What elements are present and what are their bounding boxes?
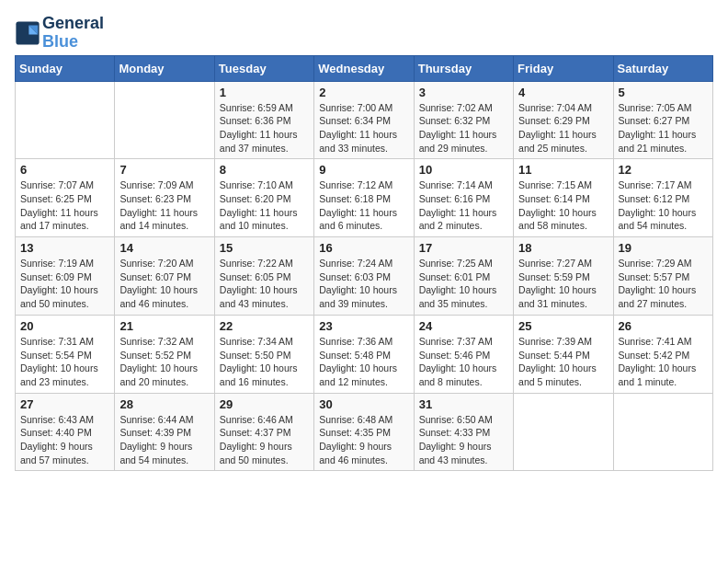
day-number: 7	[119, 163, 209, 177]
calendar-cell: 14Sunrise: 7:20 AM Sunset: 6:07 PM Dayli…	[115, 237, 214, 316]
calendar-cell: 31Sunrise: 6:50 AM Sunset: 4:33 PM Dayli…	[414, 393, 513, 471]
day-info: Sunrise: 7:31 AM Sunset: 5:54 PM Dayligh…	[20, 335, 109, 389]
calendar-cell: 21Sunrise: 7:32 AM Sunset: 5:52 PM Dayli…	[115, 315, 214, 393]
calendar-cell: 8Sunrise: 7:10 AM Sunset: 6:20 PM Daylig…	[214, 159, 313, 237]
calendar-cell: 27Sunrise: 6:43 AM Sunset: 4:40 PM Dayli…	[16, 393, 115, 471]
day-number: 8	[220, 163, 309, 177]
calendar-cell: 17Sunrise: 7:25 AM Sunset: 6:01 PM Dayli…	[414, 237, 513, 316]
calendar-cell: 10Sunrise: 7:14 AM Sunset: 6:16 PM Dayli…	[414, 159, 513, 237]
calendar-cell: 4Sunrise: 7:04 AM Sunset: 6:29 PM Daylig…	[514, 81, 613, 159]
day-info: Sunrise: 6:48 AM Sunset: 4:35 PM Dayligh…	[319, 413, 408, 467]
calendar-cell: 5Sunrise: 7:05 AM Sunset: 6:27 PM Daylig…	[613, 81, 712, 159]
page-header: General Blue	[15, 15, 713, 52]
calendar-cell: 28Sunrise: 6:44 AM Sunset: 4:39 PM Dayli…	[115, 393, 214, 471]
day-info: Sunrise: 7:25 AM Sunset: 6:01 PM Dayligh…	[419, 257, 508, 311]
logo: General Blue	[15, 15, 104, 52]
day-number: 19	[619, 241, 708, 255]
calendar-cell: 30Sunrise: 6:48 AM Sunset: 4:35 PM Dayli…	[314, 393, 414, 471]
calendar-week-3: 13Sunrise: 7:19 AM Sunset: 6:09 PM Dayli…	[16, 237, 713, 316]
day-header-sunday: Sunday	[16, 55, 115, 81]
day-info: Sunrise: 7:09 AM Sunset: 6:23 PM Dayligh…	[119, 178, 209, 233]
day-info: Sunrise: 7:29 AM Sunset: 5:57 PM Dayligh…	[619, 257, 708, 311]
day-header-saturday: Saturday	[613, 55, 712, 81]
day-info: Sunrise: 7:10 AM Sunset: 6:20 PM Dayligh…	[220, 178, 309, 233]
calendar-table: SundayMondayTuesdayWednesdayThursdayFrid…	[15, 55, 713, 472]
day-number: 3	[419, 86, 508, 99]
day-number: 22	[220, 319, 309, 333]
day-number: 5	[619, 86, 708, 99]
calendar-cell: 6Sunrise: 7:07 AM Sunset: 6:25 PM Daylig…	[16, 159, 115, 237]
day-number: 6	[20, 163, 109, 177]
calendar-week-1: 1Sunrise: 6:59 AM Sunset: 6:36 PM Daylig…	[16, 81, 713, 159]
day-header-monday: Monday	[115, 55, 214, 81]
day-info: Sunrise: 7:07 AM Sunset: 6:25 PM Dayligh…	[20, 178, 109, 233]
day-info: Sunrise: 7:34 AM Sunset: 5:50 PM Dayligh…	[220, 335, 309, 389]
calendar-cell: 13Sunrise: 7:19 AM Sunset: 6:09 PM Dayli…	[16, 237, 115, 316]
day-number: 13	[20, 241, 109, 255]
calendar-cell: 25Sunrise: 7:39 AM Sunset: 5:44 PM Dayli…	[514, 315, 613, 393]
calendar-cell: 16Sunrise: 7:24 AM Sunset: 6:03 PM Dayli…	[314, 237, 414, 316]
day-number: 16	[319, 241, 408, 255]
calendar-cell: 19Sunrise: 7:29 AM Sunset: 5:57 PM Dayli…	[613, 237, 712, 316]
calendar-cell	[613, 393, 712, 471]
day-info: Sunrise: 7:12 AM Sunset: 6:18 PM Dayligh…	[319, 178, 408, 233]
day-number: 15	[220, 241, 309, 255]
day-info: Sunrise: 7:37 AM Sunset: 5:46 PM Dayligh…	[419, 335, 508, 389]
day-number: 20	[20, 319, 109, 333]
day-info: Sunrise: 7:22 AM Sunset: 6:05 PM Dayligh…	[220, 257, 309, 311]
calendar-cell	[514, 393, 613, 471]
logo-icon	[15, 20, 40, 46]
day-info: Sunrise: 6:43 AM Sunset: 4:40 PM Dayligh…	[20, 413, 109, 467]
calendar-week-2: 6Sunrise: 7:07 AM Sunset: 6:25 PM Daylig…	[16, 159, 713, 237]
calendar-cell: 15Sunrise: 7:22 AM Sunset: 6:05 PM Dayli…	[214, 237, 313, 316]
day-info: Sunrise: 6:50 AM Sunset: 4:33 PM Dayligh…	[419, 413, 508, 467]
day-number: 11	[518, 163, 608, 177]
logo-text: General Blue	[42, 15, 104, 52]
day-header-wednesday: Wednesday	[314, 55, 414, 81]
day-info: Sunrise: 7:39 AM Sunset: 5:44 PM Dayligh…	[518, 335, 608, 389]
day-number: 31	[419, 397, 508, 411]
day-number: 23	[319, 319, 408, 333]
calendar-cell: 7Sunrise: 7:09 AM Sunset: 6:23 PM Daylig…	[115, 159, 214, 237]
calendar-cell: 23Sunrise: 7:36 AM Sunset: 5:48 PM Dayli…	[314, 315, 414, 393]
calendar-cell: 22Sunrise: 7:34 AM Sunset: 5:50 PM Dayli…	[214, 315, 313, 393]
day-number: 21	[119, 319, 209, 333]
day-header-tuesday: Tuesday	[214, 55, 313, 81]
day-info: Sunrise: 6:46 AM Sunset: 4:37 PM Dayligh…	[220, 413, 309, 467]
day-info: Sunrise: 7:15 AM Sunset: 6:14 PM Dayligh…	[518, 178, 608, 233]
day-info: Sunrise: 7:36 AM Sunset: 5:48 PM Dayligh…	[319, 335, 408, 389]
day-number: 24	[419, 319, 508, 333]
day-number: 26	[619, 319, 708, 333]
day-number: 30	[319, 397, 408, 411]
day-header-thursday: Thursday	[414, 55, 513, 81]
day-info: Sunrise: 7:00 AM Sunset: 6:34 PM Dayligh…	[319, 101, 408, 155]
day-info: Sunrise: 7:32 AM Sunset: 5:52 PM Dayligh…	[119, 335, 209, 389]
calendar-cell: 26Sunrise: 7:41 AM Sunset: 5:42 PM Dayli…	[613, 315, 712, 393]
calendar-cell: 11Sunrise: 7:15 AM Sunset: 6:14 PM Dayli…	[514, 159, 613, 237]
day-header-friday: Friday	[514, 55, 613, 81]
calendar-cell: 29Sunrise: 6:46 AM Sunset: 4:37 PM Dayli…	[214, 393, 313, 471]
calendar-cell: 2Sunrise: 7:00 AM Sunset: 6:34 PM Daylig…	[314, 81, 414, 159]
calendar-cell: 20Sunrise: 7:31 AM Sunset: 5:54 PM Dayli…	[16, 315, 115, 393]
day-info: Sunrise: 7:14 AM Sunset: 6:16 PM Dayligh…	[419, 178, 508, 233]
day-number: 29	[220, 397, 309, 411]
day-number: 10	[419, 163, 508, 177]
day-number: 28	[119, 397, 209, 411]
day-info: Sunrise: 7:27 AM Sunset: 5:59 PM Dayligh…	[518, 257, 608, 311]
day-info: Sunrise: 7:17 AM Sunset: 6:12 PM Dayligh…	[619, 178, 708, 233]
day-number: 1	[220, 86, 309, 99]
day-info: Sunrise: 7:20 AM Sunset: 6:07 PM Dayligh…	[119, 257, 209, 311]
calendar-week-4: 20Sunrise: 7:31 AM Sunset: 5:54 PM Dayli…	[16, 315, 713, 393]
day-info: Sunrise: 7:41 AM Sunset: 5:42 PM Dayligh…	[619, 335, 708, 389]
calendar-header-row: SundayMondayTuesdayWednesdayThursdayFrid…	[16, 55, 713, 81]
day-number: 17	[419, 241, 508, 255]
calendar-cell: 18Sunrise: 7:27 AM Sunset: 5:59 PM Dayli…	[514, 237, 613, 316]
day-number: 9	[319, 163, 408, 177]
day-number: 14	[119, 241, 209, 255]
day-info: Sunrise: 6:44 AM Sunset: 4:39 PM Dayligh…	[119, 413, 209, 467]
calendar-cell: 24Sunrise: 7:37 AM Sunset: 5:46 PM Dayli…	[414, 315, 513, 393]
day-info: Sunrise: 7:24 AM Sunset: 6:03 PM Dayligh…	[319, 257, 408, 311]
day-number: 18	[518, 241, 608, 255]
day-number: 12	[619, 163, 708, 177]
calendar-cell: 9Sunrise: 7:12 AM Sunset: 6:18 PM Daylig…	[314, 159, 414, 237]
